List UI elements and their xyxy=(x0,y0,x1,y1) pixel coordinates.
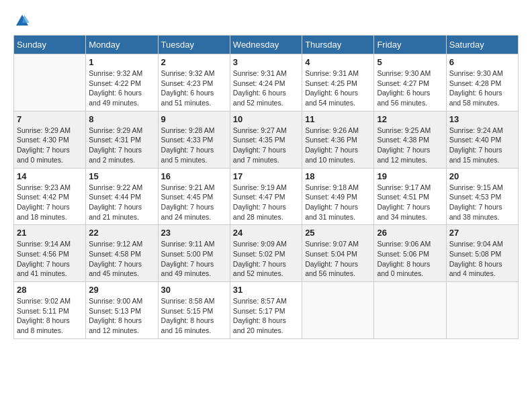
calendar-week-row: 1Sunrise: 9:32 AMSunset: 4:22 PMDaylight… xyxy=(14,54,519,111)
day-number: 7 xyxy=(17,114,83,124)
day-number: 12 xyxy=(377,114,443,124)
day-info: Sunrise: 9:07 AMSunset: 5:04 PMDaylight:… xyxy=(305,239,371,279)
calendar-week-row: 28Sunrise: 9:02 AMSunset: 5:11 PMDayligh… xyxy=(14,282,519,339)
day-info: Sunrise: 9:28 AMSunset: 4:33 PMDaylight:… xyxy=(161,126,227,165)
day-info: Sunrise: 9:30 AMSunset: 4:28 PMDaylight:… xyxy=(449,68,515,108)
calendar-cell: 26Sunrise: 9:06 AMSunset: 5:06 PMDayligh… xyxy=(374,225,446,282)
day-number: 3 xyxy=(233,57,299,67)
logo xyxy=(13,13,31,28)
day-number: 17 xyxy=(233,171,299,181)
day-info: Sunrise: 9:29 AMSunset: 4:31 PMDaylight:… xyxy=(89,126,154,165)
day-info: Sunrise: 9:24 AMSunset: 4:40 PMDaylight:… xyxy=(449,126,515,165)
day-number: 25 xyxy=(305,228,371,238)
calendar-cell: 22Sunrise: 9:12 AMSunset: 4:58 PMDayligh… xyxy=(86,225,158,282)
day-info: Sunrise: 9:02 AMSunset: 5:11 PMDaylight:… xyxy=(17,296,83,336)
calendar-cell: 30Sunrise: 8:58 AMSunset: 5:15 PMDayligh… xyxy=(158,282,230,339)
day-info: Sunrise: 9:06 AMSunset: 5:06 PMDaylight:… xyxy=(377,239,443,279)
calendar-cell xyxy=(374,282,446,339)
day-number: 10 xyxy=(233,114,299,124)
calendar-cell: 17Sunrise: 9:19 AMSunset: 4:47 PMDayligh… xyxy=(230,168,302,225)
calendar-header-row: SundayMondayTuesdayWednesdayThursdayFrid… xyxy=(14,36,519,54)
calendar-cell xyxy=(14,54,86,111)
calendar-cell: 25Sunrise: 9:07 AMSunset: 5:04 PMDayligh… xyxy=(302,225,374,282)
logo-icon xyxy=(15,13,30,28)
calendar-cell: 14Sunrise: 9:23 AMSunset: 4:42 PMDayligh… xyxy=(14,168,86,225)
calendar-cell: 8Sunrise: 9:29 AMSunset: 4:31 PMDaylight… xyxy=(86,111,158,168)
calendar-cell: 3Sunrise: 9:31 AMSunset: 4:24 PMDaylight… xyxy=(230,54,302,111)
day-header-wednesday: Wednesday xyxy=(230,36,302,54)
day-number: 19 xyxy=(377,171,443,181)
calendar-cell: 7Sunrise: 9:29 AMSunset: 4:30 PMDaylight… xyxy=(14,111,86,168)
calendar-cell: 9Sunrise: 9:28 AMSunset: 4:33 PMDaylight… xyxy=(158,111,230,168)
day-number: 14 xyxy=(17,171,83,181)
calendar-week-row: 14Sunrise: 9:23 AMSunset: 4:42 PMDayligh… xyxy=(14,168,519,225)
day-number: 21 xyxy=(17,228,83,238)
day-info: Sunrise: 9:29 AMSunset: 4:30 PMDaylight:… xyxy=(17,126,83,165)
day-header-monday: Monday xyxy=(86,36,158,54)
day-info: Sunrise: 9:14 AMSunset: 4:56 PMDaylight:… xyxy=(17,239,83,279)
day-number: 15 xyxy=(89,171,154,181)
day-number: 31 xyxy=(233,285,299,295)
day-number: 13 xyxy=(449,114,515,124)
day-info: Sunrise: 9:00 AMSunset: 5:13 PMDaylight:… xyxy=(89,296,154,336)
day-number: 20 xyxy=(449,171,515,181)
day-info: Sunrise: 9:19 AMSunset: 4:47 PMDaylight:… xyxy=(233,183,299,222)
day-header-sunday: Sunday xyxy=(14,36,86,54)
day-number: 29 xyxy=(89,285,154,295)
page-header xyxy=(13,13,519,28)
calendar-cell: 28Sunrise: 9:02 AMSunset: 5:11 PMDayligh… xyxy=(14,282,86,339)
day-info: Sunrise: 9:32 AMSunset: 4:23 PMDaylight:… xyxy=(161,68,227,108)
day-info: Sunrise: 9:32 AMSunset: 4:22 PMDaylight:… xyxy=(89,68,154,108)
day-header-friday: Friday xyxy=(374,36,446,54)
day-info: Sunrise: 9:23 AMSunset: 4:42 PMDaylight:… xyxy=(17,183,83,222)
day-number: 23 xyxy=(161,228,227,238)
calendar-cell: 12Sunrise: 9:25 AMSunset: 4:38 PMDayligh… xyxy=(374,111,446,168)
day-number: 2 xyxy=(161,57,227,67)
svg-marker-1 xyxy=(22,15,30,23)
day-header-tuesday: Tuesday xyxy=(158,36,230,54)
day-info: Sunrise: 9:18 AMSunset: 4:49 PMDaylight:… xyxy=(305,183,371,222)
day-info: Sunrise: 9:22 AMSunset: 4:44 PMDaylight:… xyxy=(89,183,154,222)
day-info: Sunrise: 8:58 AMSunset: 5:15 PMDaylight:… xyxy=(161,296,227,336)
day-info: Sunrise: 9:25 AMSunset: 4:38 PMDaylight:… xyxy=(377,126,443,165)
day-info: Sunrise: 9:04 AMSunset: 5:08 PMDaylight:… xyxy=(449,239,515,279)
calendar-cell: 18Sunrise: 9:18 AMSunset: 4:49 PMDayligh… xyxy=(302,168,374,225)
day-header-saturday: Saturday xyxy=(446,36,518,54)
calendar-cell: 27Sunrise: 9:04 AMSunset: 5:08 PMDayligh… xyxy=(446,225,518,282)
day-number: 26 xyxy=(377,228,443,238)
calendar-cell: 4Sunrise: 9:31 AMSunset: 4:25 PMDaylight… xyxy=(302,54,374,111)
calendar-week-row: 21Sunrise: 9:14 AMSunset: 4:56 PMDayligh… xyxy=(14,225,519,282)
day-number: 1 xyxy=(89,57,154,67)
calendar-cell: 29Sunrise: 9:00 AMSunset: 5:13 PMDayligh… xyxy=(86,282,158,339)
calendar-cell: 10Sunrise: 9:27 AMSunset: 4:35 PMDayligh… xyxy=(230,111,302,168)
calendar-cell: 31Sunrise: 8:57 AMSunset: 5:17 PMDayligh… xyxy=(230,282,302,339)
calendar-cell: 16Sunrise: 9:21 AMSunset: 4:45 PMDayligh… xyxy=(158,168,230,225)
calendar-cell: 6Sunrise: 9:30 AMSunset: 4:28 PMDaylight… xyxy=(446,54,518,111)
day-info: Sunrise: 9:21 AMSunset: 4:45 PMDaylight:… xyxy=(161,183,227,222)
day-number: 28 xyxy=(17,285,83,295)
calendar-cell: 23Sunrise: 9:11 AMSunset: 5:00 PMDayligh… xyxy=(158,225,230,282)
day-info: Sunrise: 9:26 AMSunset: 4:36 PMDaylight:… xyxy=(305,126,371,165)
day-number: 4 xyxy=(305,57,371,67)
calendar-cell: 2Sunrise: 9:32 AMSunset: 4:23 PMDaylight… xyxy=(158,54,230,111)
day-number: 5 xyxy=(377,57,443,67)
calendar-cell xyxy=(302,282,374,339)
day-info: Sunrise: 9:15 AMSunset: 4:53 PMDaylight:… xyxy=(449,183,515,222)
calendar-cell: 19Sunrise: 9:17 AMSunset: 4:51 PMDayligh… xyxy=(374,168,446,225)
day-number: 8 xyxy=(89,114,154,124)
calendar-table: SundayMondayTuesdayWednesdayThursdayFrid… xyxy=(13,35,519,339)
calendar-week-row: 7Sunrise: 9:29 AMSunset: 4:30 PMDaylight… xyxy=(14,111,519,168)
day-number: 18 xyxy=(305,171,371,181)
calendar-cell xyxy=(446,282,518,339)
day-info: Sunrise: 9:11 AMSunset: 5:00 PMDaylight:… xyxy=(161,239,227,279)
day-number: 22 xyxy=(89,228,154,238)
day-number: 24 xyxy=(233,228,299,238)
day-info: Sunrise: 9:12 AMSunset: 4:58 PMDaylight:… xyxy=(89,239,154,279)
calendar-cell: 21Sunrise: 9:14 AMSunset: 4:56 PMDayligh… xyxy=(14,225,86,282)
calendar-cell: 20Sunrise: 9:15 AMSunset: 4:53 PMDayligh… xyxy=(446,168,518,225)
calendar-cell: 5Sunrise: 9:30 AMSunset: 4:27 PMDaylight… xyxy=(374,54,446,111)
day-number: 16 xyxy=(161,171,227,181)
calendar-cell: 11Sunrise: 9:26 AMSunset: 4:36 PMDayligh… xyxy=(302,111,374,168)
day-number: 9 xyxy=(161,114,227,124)
day-info: Sunrise: 9:27 AMSunset: 4:35 PMDaylight:… xyxy=(233,126,299,165)
